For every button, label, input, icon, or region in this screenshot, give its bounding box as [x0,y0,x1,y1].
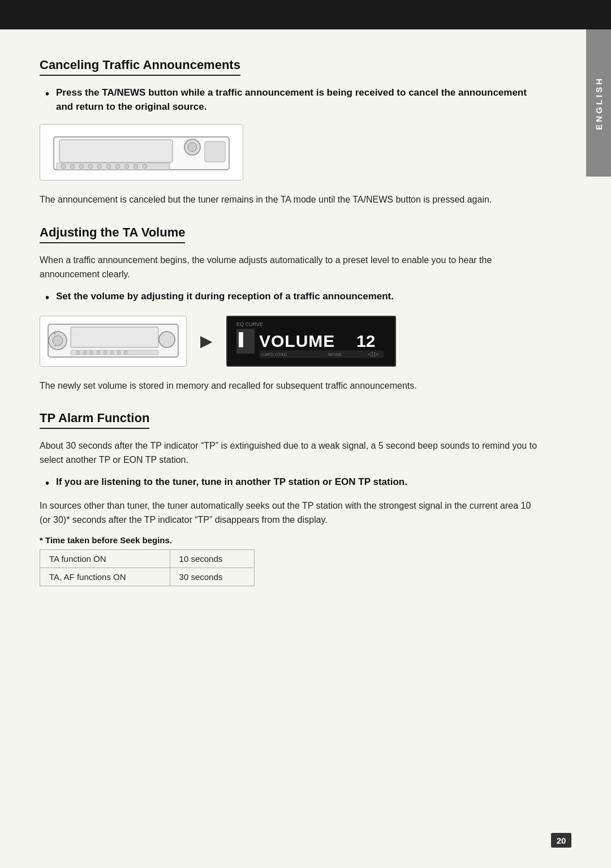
svg-point-10 [97,164,102,169]
svg-point-14 [134,164,138,169]
canceling-body-text: The announcement is canceled but the tun… [40,193,541,207]
table-row: TA function ON 10 seconds [40,549,255,568]
svg-text:EQ CURVE: EQ CURVE [236,321,263,327]
page-number: 20 [551,833,571,848]
svg-point-8 [79,164,84,169]
svg-point-15 [143,164,147,169]
canceling-section: Canceling Traffic Announcements • Press … [40,58,541,207]
seek-table: TA function ON 10 seconds TA, AF functio… [40,549,255,586]
table-cell-row1-col1: TA function ON [40,549,170,568]
tp-alarm-section: TP Alarm Function About 30 seconds after… [40,411,541,586]
table-cell-row1-col2: 10 seconds [170,549,254,568]
sidebar-label: ENGLISH [594,76,604,130]
svg-text:◁ ▷: ◁ ▷ [368,350,379,357]
svg-text:▌: ▌ [239,332,248,347]
svg-text:VOLUME: VOLUME [259,332,335,350]
svg-point-31 [124,351,127,354]
svg-text:+: + [53,330,57,337]
svg-text:MODE: MODE [328,352,342,357]
svg-point-28 [104,351,107,354]
main-content: Canceling Traffic Announcements • Press … [0,29,586,638]
page-container: ENGLISH Canceling Traffic Announcements … [0,0,611,868]
svg-text:−: − [53,343,57,349]
vol-right-svg: EQ CURVE ▌ VOLUME 12 CAFD CTAD MODE ◁ [232,319,390,364]
svg-point-27 [97,351,100,354]
table-cell-row2-col1: TA, AF functions ON [40,568,170,586]
canceling-bullet: • Press the TA/NEWS button while a traff… [45,86,541,114]
svg-point-30 [117,351,121,354]
svg-point-26 [90,351,93,354]
table-label: * Time taken before Seek begins. [40,535,541,545]
svg-point-13 [124,164,129,169]
canceling-heading: Canceling Traffic Announcements [40,58,240,76]
svg-point-29 [110,351,114,354]
svg-point-24 [76,351,80,354]
svg-point-3 [188,143,197,152]
adjusting-section: Adjusting the TA Volume When a traffic a… [40,225,541,393]
sidebar-tab: ENGLISH [586,29,611,177]
svg-text:12: 12 [356,332,375,350]
bullet-dot-1: • [45,86,49,102]
table-row: TA, AF functions ON 30 seconds [40,568,255,586]
adjusting-bullet-text: Set the volume by adjusting it during re… [56,290,394,304]
table-cell-row2-col2: 30 seconds [170,568,254,586]
tp-alarm-intro: About 30 seconds after the TP indicator … [40,439,541,467]
svg-text:CAFD CTAD: CAFD CTAD [261,352,287,357]
svg-point-9 [88,164,93,169]
vol-left-svg: + − [45,320,181,362]
volume-device-images: + − [40,316,541,367]
adjusting-intro: When a traffic announcement begins, the … [40,253,541,282]
svg-rect-1 [59,140,173,162]
svg-rect-4 [205,141,225,162]
adjusting-bullet: • Set the volume by adjusting it during … [45,290,541,306]
svg-point-22 [159,332,175,347]
canceling-bullet-text: Press the TA/NEWS button while a traffic… [56,86,541,114]
svg-point-12 [115,164,120,169]
svg-point-7 [70,164,75,169]
tp-alarm-heading: TP Alarm Function [40,411,149,429]
svg-rect-21 [71,327,158,347]
svg-point-25 [83,351,87,354]
bullet-dot-2: • [45,290,49,306]
tp-alarm-bullet-text: If you are listening to the tuner, tune … [56,475,407,489]
svg-point-6 [61,164,66,169]
seek-table-container: * Time taken before Seek begins. TA func… [40,535,541,586]
volume-device-right: EQ CURVE ▌ VOLUME 12 CAFD CTAD MODE ◁ [226,316,396,367]
adjusting-body-text: The newly set volume is stored in memory… [40,379,541,393]
tp-alarm-body: In sources other than tuner, the tuner a… [40,499,541,527]
adjusting-heading: Adjusting the TA Volume [40,225,185,243]
cancel-device-svg [51,131,232,174]
arrow-right-icon: ▶ [200,332,213,350]
bullet-dot-3: • [45,475,49,491]
tp-alarm-bullet: • If you are listening to the tuner, tun… [45,475,541,491]
cancel-device-image [40,124,243,181]
svg-point-11 [106,164,111,169]
volume-device-left: + − [40,316,187,367]
top-bar [0,0,611,29]
